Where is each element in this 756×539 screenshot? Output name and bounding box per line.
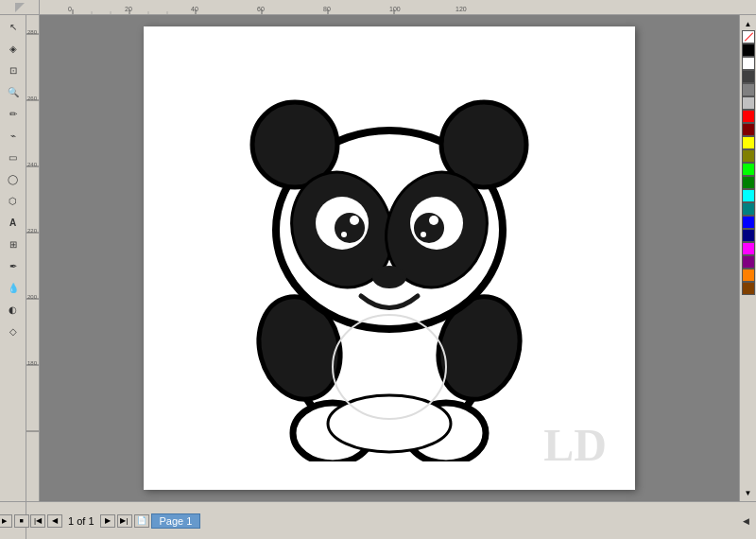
top-ruler-row: 0 20 40 60 80 100 120 bbox=[0, 0, 756, 15]
color-none-swatch[interactable] bbox=[742, 30, 755, 43]
color-magenta-swatch[interactable] bbox=[742, 242, 755, 255]
crop-tool-btn[interactable]: ⊡ bbox=[2, 61, 25, 81]
left-ruler: 280 260 240 220 200 180 millimeters bbox=[26, 15, 40, 501]
color-gray-swatch[interactable] bbox=[742, 83, 755, 96]
pen-tool-btn[interactable]: ✒ bbox=[2, 256, 25, 277]
canvas-area: LD bbox=[40, 15, 739, 501]
add-page-btn[interactable]: 📄 bbox=[134, 514, 149, 528]
interactive-tool-btn[interactable]: ◇ bbox=[2, 322, 25, 342]
left-toolbar: ↖ ◈ ⊡ 🔍 ✏ ⌁ ▭ ◯ ⬡ bbox=[0, 15, 26, 501]
playback-controls: ▶ ■ bbox=[0, 514, 29, 528]
color-purple-swatch[interactable] bbox=[742, 255, 755, 269]
palette-scroll-up-btn[interactable]: ▲ bbox=[741, 17, 756, 30]
color-yellow-swatch[interactable] bbox=[742, 136, 755, 149]
pointer-tool-btn[interactable]: ↖ bbox=[2, 17, 25, 38]
fill-tool-btn[interactable]: ◐ bbox=[2, 300, 25, 321]
scroll-left-btn[interactable]: ◀ bbox=[739, 514, 752, 528]
last-page-btn[interactable]: ▶| bbox=[117, 514, 132, 528]
status-bar: ▶ ■ |◀ ◀ 1 of 1 ▶ ▶| 📄 Page 1 ◀ bbox=[0, 501, 756, 539]
svg-point-31 bbox=[414, 213, 444, 243]
app-container: 0 20 40 60 80 100 120 bbox=[0, 0, 756, 539]
right-color-palette: ▲ ▼ bbox=[739, 15, 756, 501]
svg-point-35 bbox=[421, 232, 426, 237]
next-page-btn[interactable]: ▶ bbox=[100, 514, 115, 528]
page-name-tab[interactable]: Page 1 bbox=[151, 513, 201, 529]
svg-point-36 bbox=[372, 266, 406, 288]
play-btn[interactable]: ▶ bbox=[0, 514, 12, 528]
color-lime-swatch[interactable] bbox=[742, 163, 755, 176]
freehand-tool-btn[interactable]: ✏ bbox=[2, 104, 25, 125]
bottom-right: ◀ bbox=[204, 514, 756, 528]
page-navigation: |◀ ◀ 1 of 1 ▶ ▶| 📄 Page 1 bbox=[26, 512, 204, 530]
color-orange-swatch[interactable] bbox=[742, 269, 755, 282]
rectangle-tool-btn[interactable]: ▭ bbox=[2, 148, 25, 168]
smart-draw-btn[interactable]: ⌁ bbox=[2, 126, 25, 147]
color-brown-swatch[interactable] bbox=[742, 282, 755, 295]
first-page-btn[interactable]: |◀ bbox=[30, 514, 45, 528]
color-cyan-swatch[interactable] bbox=[742, 189, 755, 202]
color-darkyellow-swatch[interactable] bbox=[742, 149, 755, 163]
color-red-swatch[interactable] bbox=[742, 110, 755, 123]
panda-illustration bbox=[210, 55, 569, 461]
svg-point-33 bbox=[429, 216, 438, 225]
text-tool-btn[interactable]: A bbox=[2, 213, 25, 234]
color-black-swatch[interactable] bbox=[742, 43, 755, 57]
polygon-tool-btn[interactable]: ⬡ bbox=[2, 191, 25, 212]
color-teal-swatch[interactable] bbox=[742, 202, 755, 216]
table-tool-btn[interactable]: ⊞ bbox=[2, 235, 25, 255]
svg-point-34 bbox=[341, 232, 347, 237]
svg-point-22 bbox=[328, 395, 451, 452]
bottom-left-controls: ▶ ■ bbox=[0, 502, 26, 539]
document-page: LD bbox=[144, 26, 635, 490]
page-counter: 1 of 1 bbox=[64, 515, 98, 527]
ruler-corner bbox=[0, 0, 40, 15]
color-lightgray-swatch[interactable] bbox=[742, 96, 755, 110]
zoom-tool-btn[interactable]: 🔍 bbox=[2, 82, 25, 103]
watermark: LD bbox=[543, 419, 607, 471]
color-darkred-swatch[interactable] bbox=[742, 123, 755, 136]
eyedropper-tool-btn[interactable]: 💧 bbox=[2, 278, 25, 299]
color-blue-swatch[interactable] bbox=[742, 216, 755, 229]
left-ruler-canvas: 280 260 240 220 200 180 millimeters bbox=[26, 15, 739, 501]
middle-row: ↖ ◈ ⊡ 🔍 ✏ ⌁ ▭ ◯ ⬡ bbox=[0, 15, 756, 501]
prev-page-btn[interactable]: ◀ bbox=[47, 514, 62, 528]
color-white-swatch[interactable] bbox=[742, 57, 755, 70]
svg-point-30 bbox=[335, 213, 365, 243]
svg-point-32 bbox=[350, 216, 359, 225]
palette-scroll-down-btn[interactable]: ▼ bbox=[741, 486, 756, 499]
ellipse-tool-btn[interactable]: ◯ bbox=[2, 169, 25, 190]
color-navy-swatch[interactable] bbox=[742, 229, 755, 242]
node-tool-btn[interactable]: ◈ bbox=[2, 39, 25, 60]
color-darkgray-swatch[interactable] bbox=[742, 70, 755, 83]
top-ruler: 0 20 40 60 80 100 120 bbox=[40, 0, 756, 15]
color-green-swatch[interactable] bbox=[742, 176, 755, 189]
